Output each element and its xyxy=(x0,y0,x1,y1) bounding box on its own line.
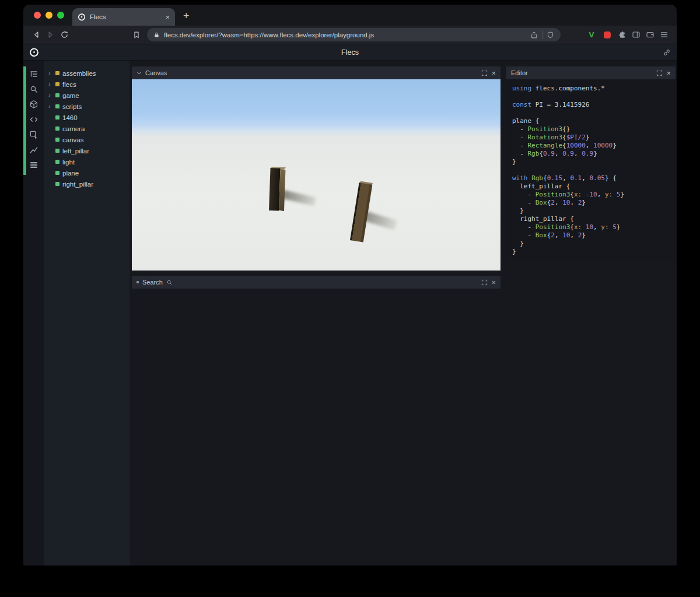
forward-button[interactable] xyxy=(43,28,57,42)
share-icon[interactable] xyxy=(530,31,538,39)
close-window-button[interactable] xyxy=(34,12,41,19)
entity-tree: › assemblies › flecs › game › scripts › … xyxy=(44,61,130,566)
code-line: - Position3{} xyxy=(512,125,672,134)
magnifier-icon[interactable] xyxy=(166,279,173,286)
menu-hamburger-icon[interactable] xyxy=(660,30,668,39)
app-body: › assemblies › flecs › game › scripts › … xyxy=(23,61,677,566)
editor-panel-title: Editor xyxy=(511,69,528,76)
rows-icon[interactable] xyxy=(27,159,41,171)
tab-close-icon[interactable]: × xyxy=(165,13,170,21)
tab-title: Flecs xyxy=(90,13,161,20)
search-panel-header: Search × xyxy=(132,276,501,289)
tree-item[interactable]: › light xyxy=(44,156,130,167)
tree-item-label: light xyxy=(62,159,75,166)
entity-color-square xyxy=(55,82,60,86)
chevron-right-icon[interactable]: › xyxy=(48,103,52,110)
editor-code[interactable]: using flecs.components.* const PI = 3.14… xyxy=(506,79,676,262)
minimize-window-button[interactable] xyxy=(46,12,52,19)
browser-window: Flecs × + flecs.dev/explorer/?wasm=https… xyxy=(23,5,677,566)
wallet-icon[interactable] xyxy=(646,30,654,39)
tree-item[interactable]: › flecs xyxy=(44,79,130,90)
code-line xyxy=(512,166,672,174)
chevron-down-icon[interactable] xyxy=(136,71,142,76)
tree-item-label: left_pillar xyxy=(62,148,89,154)
entity-color-square xyxy=(55,127,60,131)
chevron-right-icon[interactable]: › xyxy=(48,70,52,76)
icon-rail xyxy=(23,61,44,566)
entity-color-square xyxy=(55,93,60,97)
pill-divider xyxy=(542,31,542,39)
code-line: } xyxy=(512,248,672,256)
code-line: - Rotation3{$PI/2} xyxy=(512,134,672,142)
expand-icon[interactable] xyxy=(481,70,488,76)
tree-item[interactable]: › camera xyxy=(44,123,130,134)
search-icon[interactable] xyxy=(27,83,41,96)
tree-item[interactable]: › left_pillar xyxy=(44,145,130,156)
close-icon[interactable]: × xyxy=(666,69,671,77)
close-icon[interactable]: × xyxy=(491,279,496,286)
extension-cluster: V xyxy=(586,30,671,39)
chart-icon[interactable] xyxy=(27,143,41,156)
expand-icon[interactable] xyxy=(481,279,488,286)
canvas-panel: Canvas × xyxy=(132,66,501,271)
entity-color-square xyxy=(55,149,60,153)
extension-v-icon[interactable]: V xyxy=(586,30,597,39)
chevron-right-icon[interactable]: › xyxy=(48,81,52,87)
sidebar-toggle-icon[interactable] xyxy=(632,30,640,39)
tree-item-label: flecs xyxy=(62,81,76,88)
share-link-icon[interactable] xyxy=(663,48,671,57)
code-line: using flecs.components.* xyxy=(512,85,672,93)
tree-item[interactable]: › 1460 xyxy=(44,112,130,123)
code-line: } xyxy=(512,207,672,215)
address-bar[interactable]: flecs.dev/explorer/?wasm=https://www.fle… xyxy=(147,28,561,41)
back-button[interactable] xyxy=(29,28,43,42)
left-pillar-3d xyxy=(269,168,286,211)
code-line: plane { xyxy=(512,117,672,125)
inspector-icon[interactable] xyxy=(27,128,41,141)
close-icon[interactable]: × xyxy=(491,69,496,77)
new-tab-button[interactable]: + xyxy=(183,10,190,22)
code-line: const PI = 3.1415926 xyxy=(512,101,672,109)
reload-button[interactable] xyxy=(57,28,71,42)
tree-item-label: game xyxy=(62,92,79,99)
bookmark-icon[interactable] xyxy=(130,28,144,42)
tree-item-label: scripts xyxy=(62,103,82,110)
canvas-panel-title: Canvas xyxy=(145,69,167,76)
entity-color-square xyxy=(55,138,60,142)
canvas-panel-header: Canvas × xyxy=(132,66,501,79)
expand-icon[interactable] xyxy=(656,70,663,76)
tree-item[interactable]: › assemblies xyxy=(44,68,130,79)
tree-item[interactable]: › canvas xyxy=(44,134,130,145)
chevron-right-icon[interactable]: › xyxy=(48,92,52,99)
code-line xyxy=(512,109,672,117)
tree-item-label: 1460 xyxy=(62,114,78,121)
brave-shield-icon[interactable] xyxy=(547,31,554,39)
app-title: Flecs xyxy=(23,48,677,57)
code-line: - Box{2, 10, 2} xyxy=(512,199,672,207)
tab-favicon-flecs-logo-icon xyxy=(78,13,86,21)
tree-item[interactable]: › scripts xyxy=(44,101,130,112)
code-line: } xyxy=(512,158,672,166)
code-line: left_pillar { xyxy=(512,182,672,191)
tree-item[interactable]: › plane xyxy=(44,167,130,178)
code-line: - Rgb{0.9, 0.9, 0.9} xyxy=(512,150,672,158)
extension-red-icon[interactable] xyxy=(604,31,611,38)
zoom-window-button[interactable] xyxy=(57,12,64,19)
extensions-puzzle-icon[interactable] xyxy=(618,30,626,39)
search-panel-title: Search xyxy=(142,279,163,286)
tree-item[interactable]: › game xyxy=(44,90,130,101)
cube-icon[interactable] xyxy=(27,98,41,111)
tree-item[interactable]: › right_pillar xyxy=(44,178,130,189)
url-text[interactable]: flecs.dev/explorer/?wasm=https://www.fle… xyxy=(164,31,526,38)
main-area: Canvas × xyxy=(130,61,677,566)
browser-tab[interactable]: Flecs × xyxy=(72,8,175,26)
canvas-3d-viewport[interactable] xyxy=(132,79,501,271)
tree-view-icon[interactable] xyxy=(27,68,41,80)
app-header: Flecs xyxy=(23,44,677,61)
entity-color-square xyxy=(55,115,60,120)
tree-item-label: plane xyxy=(62,170,79,177)
window-controls xyxy=(23,5,72,26)
code-icon[interactable] xyxy=(27,113,41,126)
entity-color-square xyxy=(55,104,60,108)
code-line: - Position3{x: -10, y: 5} xyxy=(512,191,672,199)
